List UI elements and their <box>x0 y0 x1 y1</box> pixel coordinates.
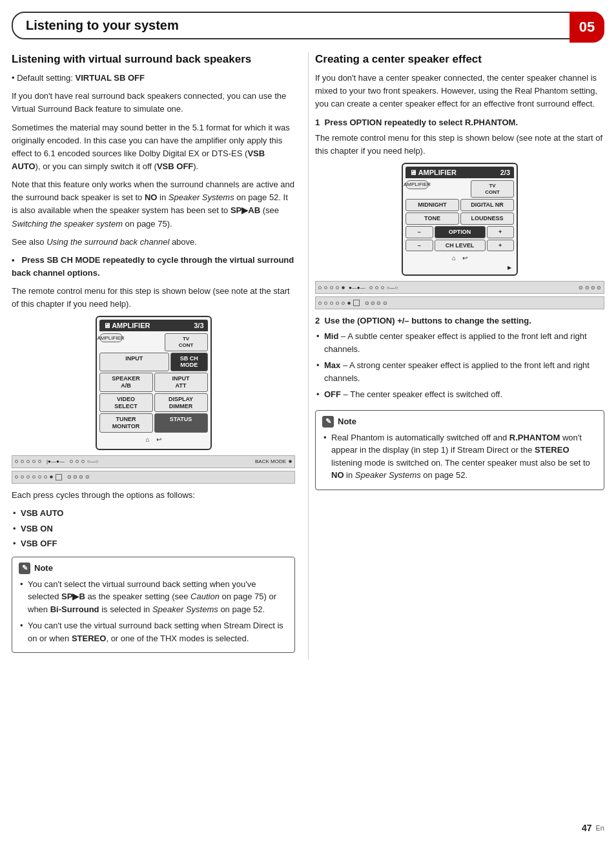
option-btn: OPTION <box>435 226 486 238</box>
bdot2 <box>21 475 24 479</box>
dot2 <box>21 460 24 463</box>
remote-row-icons: ⌂ ↩ <box>99 434 208 445</box>
step-desc-left: The remote control menu for this step is… <box>12 285 295 311</box>
page-footer: 47 En <box>582 823 604 833</box>
bdot-filled <box>50 475 53 479</box>
rbdisplay-sq <box>353 300 360 306</box>
remote-row-2: INPUT SB CHMODE <box>99 353 208 372</box>
rbdot2 <box>324 302 327 305</box>
dot6 <box>70 460 73 463</box>
r23-row-icons: ⌂ ↩ <box>406 253 514 263</box>
remote-3-3-page: 3/3 <box>194 322 203 329</box>
remote-row-5: TUNERMONITOR STATUS <box>99 413 208 433</box>
default-setting: • Default setting: VIRTUAL SB OFF <box>12 72 295 85</box>
remote-2-3-page: 2/3 <box>500 169 510 176</box>
remote-3-3-container: 🖥 AMPLIFIER 3/3 AMPLIFIER TVCONT INPUT S… <box>12 316 295 450</box>
rdot-filled <box>342 286 345 289</box>
r23-row-2: MIDNIGHT DIGITAL NR <box>406 199 514 211</box>
step-1-description: The remote control menu for this step is… <box>315 132 604 158</box>
ch-plus-btn: + <box>487 240 515 252</box>
language-indicator: En <box>596 824 604 832</box>
rbdot1 <box>318 302 322 305</box>
note-box-right: ✎ Note Real Phantom is automatically swi… <box>315 410 604 490</box>
dot1 <box>15 460 18 463</box>
display-dimmer-btn: DISPLAYDIMMER <box>154 393 208 413</box>
rdisplay-right: ⊙ ⊙ ⊙ ⊙ <box>579 285 601 291</box>
option-vsb-on: VSB ON <box>21 522 295 535</box>
ch-minus-btn: – <box>406 240 433 252</box>
display-strip-right-container: ●—●— ○—○ ⊙ ⊙ ⊙ ⊙ ⊙ ⊙ ⊙ ⊙ <box>315 281 604 309</box>
r23-home-icon: ⌂ <box>452 254 456 262</box>
note-icon-left: ✎ <box>19 562 30 574</box>
note-title-right: ✎ Note <box>322 416 597 428</box>
rbdot5 <box>342 302 345 305</box>
page-title: Listening to your system <box>26 18 179 33</box>
chapter-badge: 05 <box>570 12 604 43</box>
content-area: Listening with virtual surround back spe… <box>12 52 604 659</box>
tone-btn: TONE <box>406 212 459 225</box>
left-para-1: If you don't have real surround back spe… <box>12 90 295 116</box>
r23-amplifier-btn: AMPLIFIER <box>406 180 429 189</box>
bdot1 <box>15 475 18 479</box>
rdot4 <box>336 286 339 289</box>
tuner-monitor-btn: TUNERMONITOR <box>99 413 153 433</box>
display-strip-top-left: |●—●— ○—○ BACK MODE <box>12 455 295 468</box>
option-vsb-auto: VSB AUTO <box>21 507 295 520</box>
right-intro: If you don't have a center speaker conne… <box>315 72 604 110</box>
default-setting-label: Default setting: <box>17 73 73 83</box>
left-column: Listening with virtual surround back spe… <box>12 52 308 659</box>
note-icon-right: ✎ <box>322 416 334 428</box>
home-icon: ⌂ <box>145 436 149 443</box>
dot8 <box>81 460 85 463</box>
r23-row-3: TONE LOUDNESS <box>406 212 514 225</box>
bdot4 <box>32 475 36 479</box>
rdisplay-indicator: ●—●— <box>349 285 365 291</box>
note-item-right-1: Real Phantom is automatically switched o… <box>331 431 597 482</box>
remote-row-1: AMPLIFIER TVCONT <box>99 333 208 351</box>
remote-row-4: VIDEOSELECT DISPLAYDIMMER <box>99 393 208 413</box>
display-sq <box>56 474 62 480</box>
r23-extra-label: ▶ <box>508 265 511 271</box>
remote-3-3-title: 🖥 AMPLIFIER <box>103 322 150 329</box>
page-number: 47 <box>582 823 592 833</box>
ch-level-btn: CH LEVEL <box>435 240 486 252</box>
rdot5 <box>369 286 373 289</box>
display-strip-bottom-right: ⊙ ⊙ ⊙ ⊙ <box>315 296 604 309</box>
rdot2 <box>324 286 327 289</box>
page-header: Listening to your system 05 <box>12 12 604 39</box>
display-right-icons: ⊙ ⊙ ⊙ ⊙ <box>67 474 90 480</box>
display-line: ○—○ <box>87 459 99 464</box>
remote-row-3: SPEAKERA/B INPUTATT <box>99 373 208 392</box>
status-btn: STATUS <box>154 413 208 433</box>
bdot6 <box>44 475 47 479</box>
step-2-instruction: 2 Use the (OPTION) +/– buttons to change… <box>315 315 604 327</box>
display-strip-top-right: ●—●— ○—○ ⊙ ⊙ ⊙ ⊙ <box>315 281 604 294</box>
rdot7 <box>381 286 384 289</box>
left-para-3: Note that this feature only works when t… <box>12 178 295 231</box>
remote-2-3-header: 🖥 AMPLIFIER 2/3 <box>406 167 514 178</box>
option-mid: Mid – A subtle center speaker effect is … <box>324 330 604 355</box>
remote-2-3: 🖥 AMPLIFIER 2/3 AMPLIFIER TVCONT MIDNIGH… <box>402 163 518 276</box>
display-indicator: |●—●— <box>46 459 65 464</box>
dot-filled <box>289 460 292 463</box>
left-section-title: Listening with virtual surround back spe… <box>12 52 295 67</box>
amplifier-btn-left: AMPLIFIER <box>99 333 123 342</box>
input-att-btn: INPUTATT <box>154 373 208 392</box>
display-strip-left-container: |●—●— ○—○ BACK MODE ⊙ ⊙ ⊙ ⊙ <box>12 455 295 484</box>
dot3 <box>26 460 30 463</box>
right-section-title: Creating a center speaker effect <box>315 52 604 67</box>
option-off: OFF – The center speaker effect is switc… <box>324 388 604 401</box>
plus-btn: + <box>487 226 515 238</box>
bdot3 <box>26 475 30 479</box>
left-para-2: Sometimes the material may sound better … <box>12 121 295 174</box>
remote-3-3: 🖥 AMPLIFIER 3/3 AMPLIFIER TVCONT INPUT S… <box>96 316 212 450</box>
default-setting-value: VIRTUAL SB OFF <box>76 73 145 83</box>
tv-cont-btn: TVCONT <box>165 333 208 351</box>
loudness-btn: LOUDNESS <box>460 212 514 225</box>
display-strip-bottom-left: ⊙ ⊙ ⊙ ⊙ <box>12 471 295 484</box>
dot4 <box>32 460 36 463</box>
minus-btn: – <box>406 226 433 238</box>
option-max: Max – A strong center speaker effect is … <box>324 359 604 384</box>
r23-back-icon: ↩ <box>462 254 467 262</box>
r23-row-extra: ▶ <box>406 265 514 271</box>
